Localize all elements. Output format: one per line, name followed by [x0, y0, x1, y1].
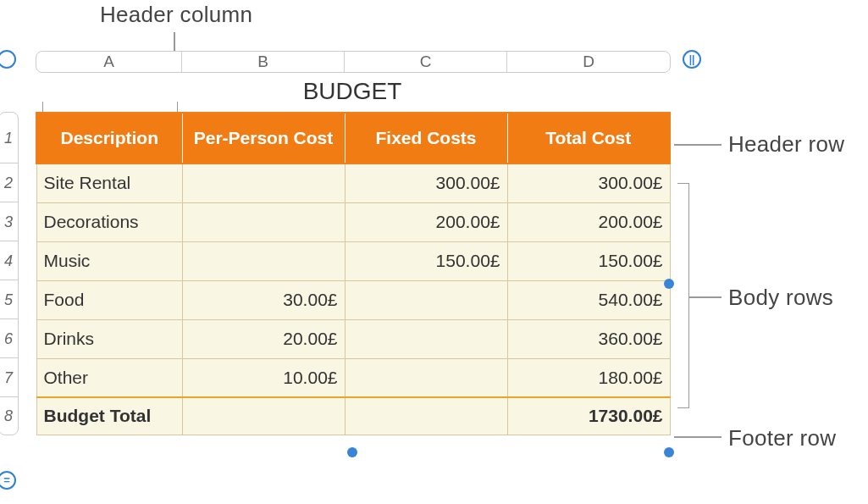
table-row: Drinks 20.00£ 360.00£ — [36, 319, 670, 358]
column-letter-B[interactable]: B — [182, 52, 345, 72]
footer-row: Budget Total 1730.00£ — [36, 397, 670, 435]
cell-total[interactable]: 300.00£ — [507, 163, 670, 202]
cell-fixed[interactable]: 300.00£ — [345, 163, 507, 202]
header-per-person-cost[interactable]: Per-Person Cost — [182, 113, 345, 163]
header-fixed-costs[interactable]: Fixed Costs — [345, 113, 507, 163]
cell-footer-label[interactable]: Budget Total — [36, 397, 182, 435]
anno-bracket-body — [677, 183, 689, 408]
header-row: Description Per-Person Cost Fixed Costs … — [36, 113, 670, 163]
table-row: Other 10.00£ 180.00£ — [36, 358, 670, 397]
add-column-handle-icon[interactable]: || — [683, 50, 701, 69]
selection-handle-icon[interactable] — [664, 279, 674, 289]
row-number-2[interactable]: 2 — [0, 163, 18, 202]
table-row: Site Rental 300.00£ 300.00£ — [36, 163, 670, 202]
selection-handle-icon[interactable] — [664, 447, 674, 457]
cell-fixed[interactable] — [345, 280, 507, 319]
cell-total[interactable]: 180.00£ — [507, 358, 670, 397]
table-row: Decorations 200.00£ 200.00£ — [36, 202, 670, 241]
row-number-4[interactable]: 4 — [0, 241, 18, 280]
cell-per-person[interactable]: 20.00£ — [182, 319, 345, 358]
cell-footer-total[interactable]: 1730.00£ — [507, 397, 670, 435]
cell-description[interactable]: Other — [36, 358, 182, 397]
cell-description[interactable]: Food — [36, 280, 182, 319]
column-letter-A[interactable]: A — [36, 52, 182, 72]
cell-per-person[interactable]: 30.00£ — [182, 280, 345, 319]
cell-description[interactable]: Decorations — [36, 202, 182, 241]
budget-table: Description Per-Person Cost Fixed Costs … — [36, 112, 671, 435]
table-row: Music 150.00£ 150.00£ — [36, 241, 670, 280]
column-letter-bar: A B C D — [36, 51, 671, 73]
cell-fixed[interactable] — [345, 319, 507, 358]
cell-total[interactable]: 360.00£ — [507, 319, 670, 358]
annotation-footer-row: Footer row — [728, 425, 836, 451]
row-number-3[interactable]: 3 — [0, 202, 18, 241]
cell-description[interactable]: Site Rental — [36, 163, 182, 202]
cell-footer-per-person[interactable] — [182, 397, 345, 435]
anno-line — [689, 296, 721, 298]
cell-footer-fixed[interactable] — [345, 397, 507, 435]
cell-per-person[interactable] — [182, 163, 345, 202]
cell-per-person[interactable] — [182, 202, 345, 241]
anno-line — [674, 144, 721, 146]
cell-total[interactable]: 540.00£ — [507, 280, 670, 319]
row-number-7[interactable]: 7 — [0, 358, 18, 397]
row-number-6[interactable]: 6 — [0, 319, 18, 358]
row-number-5[interactable]: 5 — [0, 280, 18, 319]
annotation-header-column: Header column — [100, 2, 252, 28]
cell-description[interactable]: Music — [36, 241, 182, 280]
row-number-8[interactable]: 8 — [0, 397, 18, 435]
add-row-handle-icon[interactable]: = — [0, 471, 16, 490]
annotation-body-rows: Body rows — [728, 285, 833, 311]
annotation-header-row: Header row — [728, 131, 844, 158]
row-number-bar: 1 2 3 4 5 6 7 8 — [0, 112, 19, 435]
cell-fixed[interactable] — [345, 358, 507, 397]
cell-total[interactable]: 200.00£ — [507, 202, 670, 241]
column-letter-C[interactable]: C — [345, 52, 507, 72]
cell-total[interactable]: 150.00£ — [507, 241, 670, 280]
cell-per-person[interactable]: 10.00£ — [182, 358, 345, 397]
cell-per-person[interactable] — [182, 241, 345, 280]
selection-handle-icon[interactable] — [347, 447, 357, 457]
header-total-cost[interactable]: Total Cost — [507, 113, 670, 163]
table-title[interactable]: BUDGET — [36, 78, 669, 105]
row-number-1[interactable]: 1 — [0, 113, 18, 163]
anno-line — [674, 436, 721, 438]
cell-fixed[interactable]: 150.00£ — [345, 241, 507, 280]
cell-description[interactable]: Drinks — [36, 319, 182, 358]
cell-fixed[interactable]: 200.00£ — [345, 202, 507, 241]
header-description[interactable]: Description — [36, 113, 182, 163]
column-letter-D[interactable]: D — [507, 52, 670, 72]
table-row: Food 30.00£ 540.00£ — [36, 280, 670, 319]
table-select-handle-icon[interactable] — [0, 50, 16, 69]
